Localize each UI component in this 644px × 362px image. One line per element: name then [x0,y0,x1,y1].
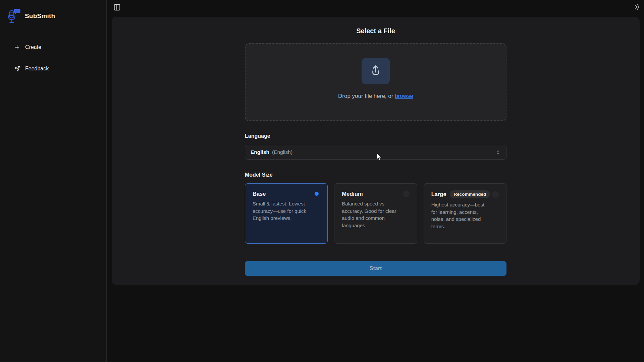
upload-icon [369,64,382,78]
page-title: Select a File [245,27,506,35]
chevrons-up-down-icon [495,149,501,155]
model-option-title: Base [253,191,266,197]
model-size-label: Model Size [245,172,506,178]
main-panel: Select a File Drop your file here, or br… [112,17,640,285]
plus-icon [14,44,20,50]
model-size-options: Base Small & fastest. Lowest accuracy—us… [245,183,506,244]
sun-icon [634,6,641,11]
language-select-value-secondary: (English) [272,149,292,155]
language-select[interactable]: English (English) [245,145,506,160]
upload-icon-box [362,58,390,84]
microphone-chat-icon [6,8,21,24]
send-icon [14,66,20,72]
browse-link[interactable]: browse [395,93,413,99]
sidebar-item-label: Feedback [25,66,49,72]
radio-unselected-icon[interactable] [492,191,499,198]
sidebar-toggle-button[interactable] [113,4,121,11]
brand-name: SubSmith [25,12,55,20]
language-select-value: English [251,149,269,155]
sidebar-item-feedback[interactable]: Feedback [9,62,90,75]
recommended-badge: Recommended [450,190,490,198]
model-option-description: Balanced speed vs accuracy. Good for cle… [342,200,399,229]
radio-unselected-icon[interactable] [403,190,410,197]
sidebar: SubSmith Create Feedback [0,0,107,362]
sidebar-item-create[interactable]: Create [9,41,90,54]
model-option-title: Large [431,191,446,197]
sidebar-item-label: Create [25,44,41,50]
model-option-description: Highest accuracy—best for learning, acce… [431,201,489,230]
theme-toggle-button[interactable] [634,4,641,11]
panel-left-icon [113,6,121,12]
model-option-description: Small & fastest. Lowest accuracy—use for… [253,200,310,222]
radio-selected-icon[interactable] [313,190,320,197]
start-button[interactable]: Start [245,261,506,276]
dropzone-text: Drop your file here, or [338,93,393,99]
model-option-large[interactable]: Large Recommended Highest accuracy—best … [424,183,506,244]
brand: SubSmith [6,8,55,24]
model-option-title: Medium [342,191,363,197]
model-option-medium[interactable]: Medium Balanced speed vs accuracy. Good … [334,183,417,244]
model-option-base[interactable]: Base Small & fastest. Lowest accuracy—us… [245,183,328,244]
language-label: Language [245,133,506,139]
file-dropzone[interactable]: Drop your file here, or browse [245,43,506,121]
